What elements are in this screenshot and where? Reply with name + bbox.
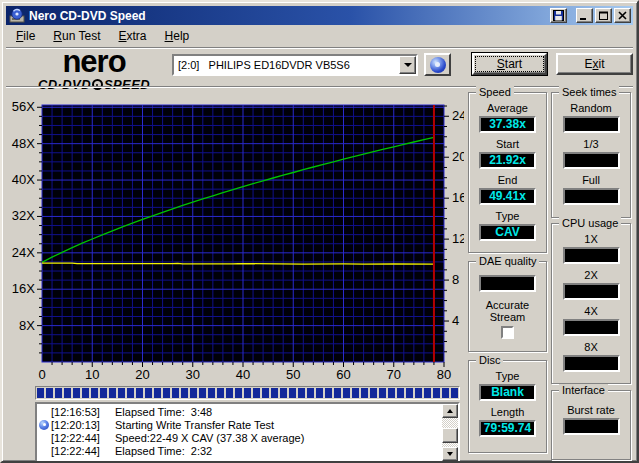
speed-end-label: End [498, 174, 518, 187]
window-title: Nero CD-DVD Speed [29, 9, 146, 23]
speed-start-display: 21.92x [479, 152, 536, 169]
scroll-up-button[interactable] [442, 404, 458, 418]
menubar: FileRun TestExtraHelp [6, 26, 633, 46]
svg-text:40X: 40X [12, 172, 35, 187]
cpu-8x-display [563, 355, 620, 372]
menu-item-extra[interactable]: Extra [110, 27, 156, 45]
group-disc-fields: TypeBlankLength79:59.74 [469, 361, 546, 437]
svg-text:16X: 16X [12, 281, 35, 296]
svg-text:8X: 8X [19, 318, 35, 333]
minimize-button[interactable] [576, 8, 593, 23]
log-message: Elapsed Time: 2:32 [115, 445, 212, 457]
svg-text:8: 8 [452, 272, 459, 287]
disc-length-label: Length [491, 406, 525, 419]
group-disc-title: Disc [476, 354, 503, 366]
nero-disc-icon [92, 79, 103, 90]
seek-full-display [563, 188, 620, 205]
nero-logo-wordmark: nero [18, 46, 170, 77]
save-button[interactable] [550, 8, 567, 23]
separator [6, 86, 633, 88]
group-cpu-usage: CPU usage 1X2X4X8X [551, 223, 631, 384]
disc-info-button[interactable] [424, 53, 451, 76]
titlebar: Nero CD-DVD Speed [6, 6, 633, 25]
log-message: Speed:22-49 X CAV (37.38 X average) [115, 432, 304, 444]
speed-start-label: Start [496, 138, 519, 151]
group-seek-times: Seek times Random1/3Full [551, 92, 631, 218]
svg-text:80: 80 [437, 367, 451, 382]
arrow-up-icon [447, 409, 453, 413]
arrow-down-icon [447, 452, 453, 456]
progress-bar-fill [37, 388, 458, 398]
exit-button[interactable]: Exit [556, 53, 633, 75]
group-speed-fields: Average37.38xStart21.92xEnd49.41xTypeCAV [469, 93, 546, 241]
menu-item-file[interactable]: File [7, 27, 44, 45]
svg-text:40: 40 [236, 367, 250, 382]
group-cpu-usage-fields: 1X2X4X8X [552, 224, 630, 372]
maximize-button[interactable] [595, 8, 612, 23]
seek-full-label: Full [582, 174, 600, 187]
log-timestamp: [12:20:13] [51, 419, 115, 431]
cpu-2x-label: 2X [584, 269, 597, 282]
accurate-stream-checkbox[interactable] [501, 326, 514, 339]
cpu-4x-label: 4X [584, 305, 597, 318]
seek-random-label: Random [570, 102, 612, 115]
menu-item-help[interactable]: Help [156, 27, 199, 45]
group-seek-times-title: Seek times [559, 86, 619, 98]
cpu-4x-display [563, 319, 620, 336]
start-button[interactable]: Start [472, 53, 547, 75]
svg-text:24X: 24X [12, 245, 35, 260]
seek-1-3-display [563, 152, 620, 169]
log-timestamp: [12:22:44] [51, 445, 115, 457]
disc-type-display: Blank [479, 384, 536, 401]
svg-text:0: 0 [38, 367, 45, 382]
svg-text:56X: 56X [12, 99, 35, 114]
log-timestamp: [12:16:53] [51, 406, 115, 418]
log-list[interactable]: [12:16:53]Elapsed Time: 3:48[12:20:13]St… [35, 402, 460, 463]
speed-average-display: 37.38x [479, 116, 536, 133]
log-message: Elapsed Time: 3:48 [115, 406, 212, 418]
close-button[interactable] [614, 8, 631, 23]
cpu-8x-label: 8X [584, 341, 597, 354]
drive-select-dropdown-button[interactable] [399, 56, 416, 74]
cd-icon [39, 420, 49, 430]
group-disc: Disc TypeBlankLength79:59.74 [468, 360, 547, 453]
svg-text:24: 24 [452, 108, 464, 123]
floppy-icon [553, 10, 564, 21]
svg-text:10: 10 [85, 367, 99, 382]
svg-text:4: 4 [452, 313, 459, 328]
disc-length-display: 79:59.74 [479, 420, 536, 437]
svg-text:32X: 32X [12, 208, 35, 223]
log-row: [12:22:44]Speed:22-49 X CAV (37.38 X ave… [37, 431, 442, 444]
svg-text:30: 30 [186, 367, 200, 382]
interface-burst-rate-display [563, 418, 620, 435]
log-row: [12:16:53]Elapsed Time: 3:48 [37, 405, 442, 418]
seek-random-display [563, 116, 620, 133]
seek-1-3-label: 1/3 [583, 138, 598, 151]
log-disc-icon [37, 420, 51, 430]
group-dae-quality: DAE quality Accurate Stream [468, 261, 547, 352]
svg-text:20: 20 [452, 149, 464, 164]
chevron-down-icon [404, 63, 412, 67]
group-speed: Speed Average37.38xStart21.92xEnd49.41xT… [468, 92, 547, 253]
accurate-stream-label: Accurate Stream [479, 299, 537, 323]
group-dae-quality-title: DAE quality [476, 255, 539, 267]
close-icon [618, 11, 627, 20]
svg-text:12: 12 [452, 231, 464, 246]
log-scrollbar[interactable] [442, 404, 458, 461]
speed-type-label: Type [496, 210, 520, 223]
group-interface-title: Interface [559, 384, 608, 396]
transfer-rate-chart: 8X16X24X32X40X48X56X48121620240102030405… [2, 90, 464, 386]
interface-burst-rate-label: Burst rate [567, 404, 615, 417]
drive-select[interactable]: [2:0] PHILIPS ED16DVDR VB5S6 [172, 54, 418, 76]
group-interface-fields: Burst rate [552, 391, 630, 435]
speed-end-display: 49.41x [479, 188, 536, 205]
disc-type-label: Type [496, 370, 520, 383]
window: Nero CD-DVD Speed FileRun TestExtraHelp [0, 0, 639, 463]
log-rows: [12:16:53]Elapsed Time: 3:48[12:20:13]St… [37, 405, 442, 461]
log-row: [12:22:44]Elapsed Time: 2:32 [37, 444, 442, 457]
menu-item-run-test[interactable]: Run Test [44, 27, 109, 45]
group-speed-title: Speed [476, 86, 514, 98]
cpu-1x-label: 1X [584, 233, 597, 246]
scroll-down-button[interactable] [442, 447, 458, 461]
scrollbar-thumb[interactable] [442, 428, 458, 443]
